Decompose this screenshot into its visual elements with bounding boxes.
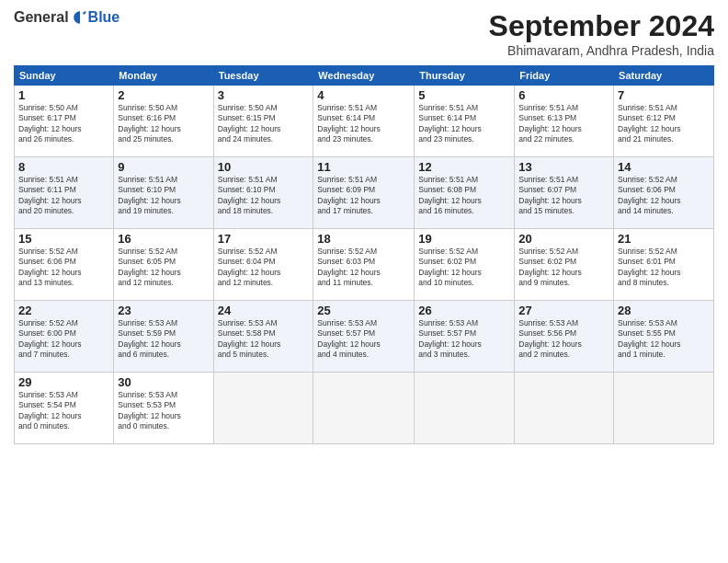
day-info: Sunrise: 5:53 AM Sunset: 5:57 PM Dayligh… xyxy=(317,318,410,361)
calendar-cell-day-1: 1Sunrise: 5:50 AM Sunset: 6:17 PM Daylig… xyxy=(15,86,114,157)
calendar-cell: 18Sunrise: 5:52 AM Sunset: 6:03 PM Dayli… xyxy=(313,229,415,301)
calendar-week-row: 1Sunrise: 5:50 AM Sunset: 6:17 PM Daylig… xyxy=(15,86,714,157)
day-number: 4 xyxy=(317,88,410,102)
calendar-cell: 29Sunrise: 5:53 AM Sunset: 5:54 PM Dayli… xyxy=(15,373,114,444)
calendar-cell: 15Sunrise: 5:52 AM Sunset: 6:06 PM Dayli… xyxy=(15,229,114,301)
calendar-header-friday: Friday xyxy=(515,66,614,86)
day-info: Sunrise: 5:50 AM Sunset: 6:17 PM Dayligh… xyxy=(18,103,109,145)
day-info: Sunrise: 5:51 AM Sunset: 6:09 PM Dayligh… xyxy=(317,175,410,217)
calendar-cell: 4Sunrise: 5:51 AM Sunset: 6:14 PM Daylig… xyxy=(313,86,415,157)
day-info: Sunrise: 5:51 AM Sunset: 6:14 PM Dayligh… xyxy=(418,103,510,145)
day-number: 16 xyxy=(118,232,209,246)
day-info: Sunrise: 5:53 AM Sunset: 5:58 PM Dayligh… xyxy=(218,318,310,361)
calendar-cell: 26Sunrise: 5:53 AM Sunset: 5:57 PM Dayli… xyxy=(415,301,515,373)
calendar-cell: 7Sunrise: 5:51 AM Sunset: 6:12 PM Daylig… xyxy=(614,86,714,157)
day-number: 13 xyxy=(518,160,609,174)
calendar-cell xyxy=(313,373,415,444)
calendar-cell: 8Sunrise: 5:51 AM Sunset: 6:11 PM Daylig… xyxy=(15,157,114,229)
calendar-cell: 9Sunrise: 5:51 AM Sunset: 6:10 PM Daylig… xyxy=(114,157,213,229)
day-number: 23 xyxy=(118,304,209,317)
day-number: 29 xyxy=(18,375,109,389)
calendar-header-tuesday: Tuesday xyxy=(213,66,313,86)
calendar-cell: 21Sunrise: 5:52 AM Sunset: 6:01 PM Dayli… xyxy=(614,229,714,301)
calendar-cell: 3Sunrise: 5:50 AM Sunset: 6:15 PM Daylig… xyxy=(213,86,313,157)
calendar-cell: 14Sunrise: 5:52 AM Sunset: 6:06 PM Dayli… xyxy=(614,157,714,229)
logo-bird-icon xyxy=(72,9,88,26)
day-number: 30 xyxy=(118,375,209,389)
day-info: Sunrise: 5:51 AM Sunset: 6:10 PM Dayligh… xyxy=(218,175,310,217)
day-number: 21 xyxy=(618,232,710,246)
calendar-cell: 22Sunrise: 5:52 AM Sunset: 6:00 PM Dayli… xyxy=(15,301,114,373)
location: Bhimavaram, Andhra Pradesh, India xyxy=(489,43,714,58)
calendar-cell: 5Sunrise: 5:51 AM Sunset: 6:14 PM Daylig… xyxy=(415,86,515,157)
day-number: 26 xyxy=(418,304,510,317)
day-number: 9 xyxy=(118,160,209,174)
calendar-table: SundayMondayTuesdayWednesdayThursdayFrid… xyxy=(14,65,714,444)
calendar-cell: 25Sunrise: 5:53 AM Sunset: 5:57 PM Dayli… xyxy=(313,301,415,373)
day-number: 11 xyxy=(317,160,410,174)
calendar-week-row: 8Sunrise: 5:51 AM Sunset: 6:11 PM Daylig… xyxy=(15,157,714,229)
calendar-cell: 17Sunrise: 5:52 AM Sunset: 6:04 PM Dayli… xyxy=(213,229,313,301)
day-info: Sunrise: 5:50 AM Sunset: 6:15 PM Dayligh… xyxy=(218,103,310,145)
day-info: Sunrise: 5:53 AM Sunset: 5:55 PM Dayligh… xyxy=(618,318,710,361)
calendar-cell: 12Sunrise: 5:51 AM Sunset: 6:08 PM Dayli… xyxy=(415,157,515,229)
day-info: Sunrise: 5:51 AM Sunset: 6:14 PM Dayligh… xyxy=(317,103,410,145)
calendar-cell xyxy=(213,373,313,444)
day-number: 27 xyxy=(518,304,609,317)
day-number: 19 xyxy=(418,232,510,246)
day-info: Sunrise: 5:53 AM Sunset: 5:59 PM Dayligh… xyxy=(118,318,209,361)
day-info: Sunrise: 5:52 AM Sunset: 6:03 PM Dayligh… xyxy=(317,247,410,289)
day-number: 15 xyxy=(18,232,109,246)
day-info: Sunrise: 5:51 AM Sunset: 6:11 PM Dayligh… xyxy=(18,175,109,217)
calendar-cell: 2Sunrise: 5:50 AM Sunset: 6:16 PM Daylig… xyxy=(114,86,213,157)
page: General Blue September 2024 Bhimavaram, … xyxy=(0,0,728,563)
day-info: Sunrise: 5:52 AM Sunset: 6:00 PM Dayligh… xyxy=(18,318,109,361)
calendar-cell: 28Sunrise: 5:53 AM Sunset: 5:55 PM Dayli… xyxy=(614,301,714,373)
day-number: 24 xyxy=(218,304,310,317)
day-info: Sunrise: 5:52 AM Sunset: 6:04 PM Dayligh… xyxy=(218,247,310,289)
day-number: 8 xyxy=(18,160,109,174)
day-info: Sunrise: 5:53 AM Sunset: 5:54 PM Dayligh… xyxy=(18,390,109,432)
day-info: Sunrise: 5:52 AM Sunset: 6:05 PM Dayligh… xyxy=(118,247,209,289)
calendar-cell xyxy=(515,373,614,444)
day-info: Sunrise: 5:51 AM Sunset: 6:08 PM Dayligh… xyxy=(418,175,510,217)
day-info: Sunrise: 5:52 AM Sunset: 6:06 PM Dayligh… xyxy=(618,175,710,217)
calendar-cell: 11Sunrise: 5:51 AM Sunset: 6:09 PM Dayli… xyxy=(313,157,415,229)
calendar-cell: 20Sunrise: 5:52 AM Sunset: 6:02 PM Dayli… xyxy=(515,229,614,301)
day-info: Sunrise: 5:52 AM Sunset: 6:02 PM Dayligh… xyxy=(418,247,510,289)
day-number: 17 xyxy=(218,232,310,246)
calendar-week-row: 22Sunrise: 5:52 AM Sunset: 6:00 PM Dayli… xyxy=(15,301,714,373)
logo-text: General Blue xyxy=(14,9,119,26)
day-number: 10 xyxy=(218,160,310,174)
calendar-cell: 23Sunrise: 5:53 AM Sunset: 5:59 PM Dayli… xyxy=(114,301,213,373)
calendar-header-sunday: Sunday xyxy=(15,66,114,86)
day-info: Sunrise: 5:52 AM Sunset: 6:02 PM Dayligh… xyxy=(518,247,609,289)
month-title: September 2024 xyxy=(489,9,714,43)
calendar-cell: 16Sunrise: 5:52 AM Sunset: 6:05 PM Dayli… xyxy=(114,229,213,301)
day-number: 7 xyxy=(618,88,710,102)
day-info: Sunrise: 5:51 AM Sunset: 6:10 PM Dayligh… xyxy=(118,175,209,217)
logo-blue: Blue xyxy=(88,9,120,26)
day-number: 5 xyxy=(418,88,510,102)
calendar-cell: 13Sunrise: 5:51 AM Sunset: 6:07 PM Dayli… xyxy=(515,157,614,229)
calendar-header-row: SundayMondayTuesdayWednesdayThursdayFrid… xyxy=(15,66,714,86)
day-info: Sunrise: 5:52 AM Sunset: 6:01 PM Dayligh… xyxy=(618,247,710,289)
header: General Blue September 2024 Bhimavaram, … xyxy=(14,9,714,58)
calendar-cell: 27Sunrise: 5:53 AM Sunset: 5:56 PM Dayli… xyxy=(515,301,614,373)
logo-general: General xyxy=(14,9,69,26)
day-info: Sunrise: 5:50 AM Sunset: 6:16 PM Dayligh… xyxy=(118,103,209,145)
calendar-cell: 19Sunrise: 5:52 AM Sunset: 6:02 PM Dayli… xyxy=(415,229,515,301)
logo: General Blue xyxy=(14,9,119,26)
day-info: Sunrise: 5:53 AM Sunset: 5:56 PM Dayligh… xyxy=(518,318,609,361)
calendar-cell: 10Sunrise: 5:51 AM Sunset: 6:10 PM Dayli… xyxy=(213,157,313,229)
day-number: 22 xyxy=(18,304,109,317)
calendar-week-row: 15Sunrise: 5:52 AM Sunset: 6:06 PM Dayli… xyxy=(15,229,714,301)
day-number: 6 xyxy=(518,88,609,102)
day-number: 20 xyxy=(518,232,609,246)
day-number: 12 xyxy=(418,160,510,174)
calendar-week-row: 29Sunrise: 5:53 AM Sunset: 5:54 PM Dayli… xyxy=(15,373,714,444)
day-info: Sunrise: 5:53 AM Sunset: 5:57 PM Dayligh… xyxy=(418,318,510,361)
day-info: Sunrise: 5:51 AM Sunset: 6:12 PM Dayligh… xyxy=(618,103,710,145)
day-info: Sunrise: 5:51 AM Sunset: 6:13 PM Dayligh… xyxy=(518,103,609,145)
day-number: 1 xyxy=(18,88,109,102)
